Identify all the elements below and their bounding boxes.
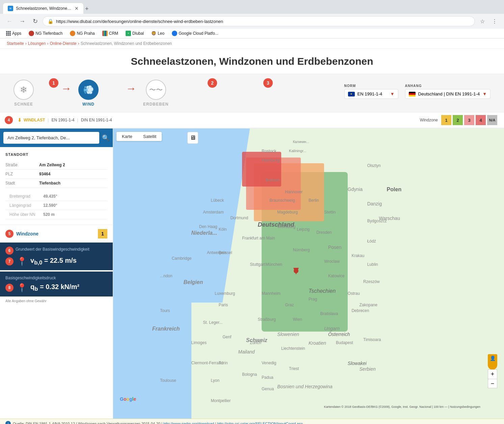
bottom-bar-link-2[interactable]: http://srtm.csi.cgiar.org/SELECTION/inpu… <box>217 422 303 424</box>
windzone-3-button[interactable]: 3 <box>464 115 474 125</box>
map-label-genua: Genua <box>262 387 274 391</box>
map-fullscreen-button[interactable]: 🖥 <box>187 132 198 144</box>
map-label-ungarn: Ungarn <box>324 326 340 331</box>
forward-button[interactable]: → <box>17 16 28 27</box>
download-icon: ⬇ <box>18 117 22 123</box>
step-wind-label: WIND <box>82 102 95 107</box>
anhang-dropdown-arrow: ▼ <box>482 91 487 96</box>
map-label-wolfsburg: Wolfsburg <box>277 224 295 229</box>
location-row-hoehe: Höhe über NN 520 m <box>5 210 107 219</box>
status-bar: 4 ⬇ WINDLAST | EN 1991-1-4 | DIN EN 1991… <box>0 112 504 129</box>
tab-close-button[interactable]: ✕ <box>75 6 79 11</box>
map-label-timisoara: Timisoara <box>363 337 381 342</box>
map-label-leipzig: Leipzig <box>297 227 310 232</box>
norm-dropdown-group: NORM ★ EN 1991-1-4 ▼ <box>344 84 398 99</box>
search-submit-icon[interactable]: 🔍 <box>102 134 109 142</box>
street-view-button[interactable]: 👤 <box>488 354 497 370</box>
map-label-olsztyn: Olsztyn <box>367 163 381 168</box>
map-tab-satellit[interactable]: Satellit <box>138 132 162 141</box>
status-sep-1: | <box>48 118 49 122</box>
search-input[interactable] <box>3 132 99 144</box>
windzone-na-button[interactable]: N/A <box>487 115 497 125</box>
active-tab[interactable]: ≋ Schneelastzonen, Windzonen un... ✕ <box>3 3 84 14</box>
map-label-triest: Triest <box>289 366 299 371</box>
breadcrumb-online-dienste[interactable]: Online-Dienste <box>50 41 76 46</box>
apps-grid-icon <box>6 31 11 36</box>
map-label-denhaag: Den Haag <box>199 224 217 229</box>
step-wind[interactable]: 💨 WIND <box>78 80 99 107</box>
result1-pin-icon: 📍 <box>17 257 27 266</box>
norm-value: EN 1991-1-4 <box>357 91 382 96</box>
annotation-7: 7 <box>5 257 14 265</box>
map-canvas[interactable]: Deutschland Tschechien Österreich Slowak… <box>113 129 504 419</box>
norm-dropdown[interactable]: ★ EN 1991-1-4 ▼ <box>344 89 398 99</box>
map-label-toulouse: Toulouse <box>160 378 176 383</box>
bookmark-google-cloud[interactable]: Google Cloud Platfo... <box>170 30 220 37</box>
zoom-in-button[interactable]: + <box>488 369 497 379</box>
map-label-magdeburg: Magdeburg <box>277 210 298 215</box>
settings-button[interactable]: ⋮ <box>489 16 500 27</box>
map-label-tours: Tours <box>160 308 170 313</box>
bottom-bar: i Quelle: DIN EN 1991-1-4/NA:2010-12 | W… <box>0 419 504 424</box>
google-logo: Google <box>120 396 136 402</box>
map-label-bosnien: Bosnien und Herzegowina <box>277 384 332 389</box>
tab-title: Schneelastzonen, Windzonen un... <box>16 6 72 11</box>
breadcrumb-sep-3: › <box>78 41 79 46</box>
tab-favicon: ≋ <box>8 6 13 11</box>
windzone-2-button[interactable]: 2 <box>453 115 463 125</box>
bookmark-dlubal[interactable]: + Dlubal <box>124 30 146 37</box>
anhang-dropdown[interactable]: Deutschland | DIN EN 1991-1-4 ▼ <box>405 89 490 99</box>
step-num-3: 3 <box>263 78 273 88</box>
map-label-lndon: ...ndon <box>160 274 173 278</box>
steps-list: ❄ SCHNEE → 💨 WIND → 〜〜 ERDBEBEN <box>14 80 344 107</box>
refresh-button[interactable]: ↻ <box>30 16 41 27</box>
map-label-wroclaw: Wroclaw <box>324 259 340 264</box>
zoom-out-button[interactable]: − <box>488 379 497 388</box>
breadcrumb-loesungen[interactable]: Lösungen <box>28 41 46 46</box>
breadcrumb-startseite[interactable]: Startseite <box>7 41 24 46</box>
step-schnee-circle[interactable]: ❄ <box>14 80 34 100</box>
ng-tiefenbach-label: NG Tiefenbach <box>35 31 62 36</box>
eu-flag-icon: ★ <box>348 92 355 96</box>
bottom-bar-link-1[interactable]: http://www.gadm.org/download <box>163 422 214 424</box>
bookmark-apps[interactable]: Apps <box>4 30 23 36</box>
map-label-rostock: Rostock <box>262 149 276 153</box>
url-bar[interactable]: 🔒 https://www.dlubal.com/de/loesungen/on… <box>43 16 475 26</box>
map-label-amsterdam: Amsterdam <box>203 210 223 215</box>
step-schnee[interactable]: ❄ SCHNEE <box>14 80 34 107</box>
map-label-bydgoszcz: Bydgoszcz <box>367 219 387 223</box>
location-row-laengengrad: Längengrad 12.590° <box>5 201 107 210</box>
map-label-niederlande: Niederla... <box>191 230 217 236</box>
bookmark-ng-praha[interactable]: NG Praha <box>68 30 97 37</box>
new-tab-button[interactable]: + <box>85 5 89 12</box>
location-row-stadt: Stadt Tiefenbach <box>5 179 107 188</box>
step-arrow-2: → <box>126 82 136 95</box>
map-label-stettin: Stettin <box>324 210 336 215</box>
map-tab-karte[interactable]: Karte <box>116 132 138 141</box>
windzone-1-button[interactable]: 1 <box>441 115 451 125</box>
google-cloud-label: Google Cloud Platfo... <box>179 31 218 36</box>
map-label-rzeszow: Rzeszów <box>363 279 380 284</box>
anhang-value: Deutschland | DIN EN 1991-1-4 <box>418 91 480 96</box>
location-title: STANDORT <box>5 152 107 157</box>
bookmark-button[interactable]: ☆ <box>477 16 488 27</box>
plz-val: 93464 <box>39 172 50 176</box>
map-label-stleger: St. Leger... <box>203 320 222 325</box>
leo-label: Leo <box>158 31 164 36</box>
bookmark-ng-tiefenbach[interactable]: NG Tiefenbach <box>27 30 64 37</box>
bookmark-leo[interactable]: 🦁 Leo <box>149 30 166 36</box>
step-num-2: 2 <box>208 78 217 88</box>
map-label-krakau: Krakau <box>351 253 364 258</box>
result2-title: Basisgeschwindigkeitsdruck <box>5 276 107 280</box>
step-erdbeben[interactable]: 〜〜 ERDBEBEN <box>143 80 168 107</box>
step-erdbeben-circle[interactable]: 〜〜 <box>146 80 166 100</box>
map-label-kroatien: Kroatien <box>309 340 326 346</box>
windzone-4-button[interactable]: 4 <box>476 115 486 125</box>
map-label-liechtenstein: Liechtenstein <box>281 346 305 351</box>
nav-bar: ← → ↻ 🔒 https://www.dlubal.com/de/loesun… <box>0 14 504 29</box>
step-wind-circle[interactable]: 💨 <box>78 80 99 100</box>
bookmark-crm[interactable]: CRM <box>100 30 120 37</box>
norm-dropdown-arrow: ▼ <box>390 91 395 96</box>
back-button[interactable]: ← <box>4 16 15 27</box>
windzone-selector-label: Windzone <box>420 118 438 122</box>
